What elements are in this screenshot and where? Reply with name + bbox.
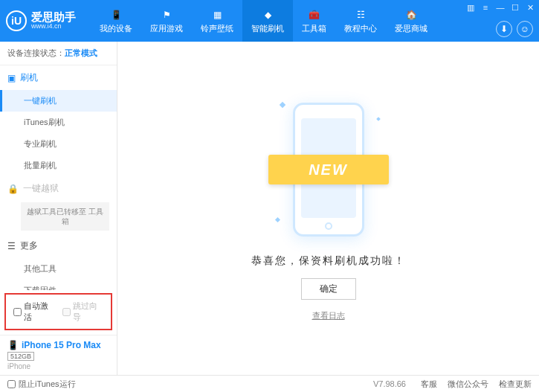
window-close-icon[interactable]: ✕ xyxy=(524,1,536,13)
device-name[interactable]: 📱 iPhone 15 Pro Max xyxy=(7,340,109,350)
ok-button[interactable]: 确定 xyxy=(301,278,356,300)
nav-smart-flash[interactable]: ◆智能刷机 xyxy=(242,0,293,42)
nav-my-device[interactable]: 📱我的设备 xyxy=(91,0,141,42)
media-icon: ▦ xyxy=(210,8,224,22)
nav-ringtones[interactable]: ▦铃声壁纸 xyxy=(192,0,242,42)
window-menu-icon[interactable]: ▥ xyxy=(465,1,477,13)
toolbox-icon: 🧰 xyxy=(308,8,321,22)
sidebar-item-download-firmware[interactable]: 下载固件 xyxy=(0,280,117,290)
auto-activate-checkbox[interactable]: 自动激活 xyxy=(13,301,55,323)
app-title: 爱思助手 xyxy=(31,11,76,24)
device-storage: 512GB xyxy=(7,352,34,361)
device-info-panel: 📱 iPhone 15 Pro Max 512GB iPhone xyxy=(0,335,117,375)
more-icon: ☰ xyxy=(7,241,16,251)
nav-tutorials[interactable]: ☷教程中心 xyxy=(335,0,386,42)
nav-apps-games[interactable]: ⚑应用游戏 xyxy=(141,0,192,42)
download-button[interactable]: ⬇ xyxy=(496,21,512,37)
nav-toolbox[interactable]: 🧰工具箱 xyxy=(293,0,335,42)
window-minimize-icon[interactable]: — xyxy=(494,1,506,13)
sidebar-item-oneclick-flash[interactable]: 一键刷机 xyxy=(0,90,117,112)
app-url: www.i4.cn xyxy=(31,23,76,30)
block-itunes-checkbox[interactable]: 阻止iTunes运行 xyxy=(7,379,76,390)
version-label: V7.98.66 xyxy=(373,379,406,388)
sidebar-flash-header[interactable]: ▣ 刷机 xyxy=(0,65,117,90)
flash-options-box: 自动激活 跳过向导 xyxy=(4,293,112,330)
sidebar-item-pro-flash[interactable]: 专业刷机 xyxy=(0,133,117,155)
window-skin-icon[interactable]: ≡ xyxy=(480,1,491,13)
sidebar-item-itunes-flash[interactable]: iTunes刷机 xyxy=(0,112,117,133)
device-type: iPhone xyxy=(7,362,109,370)
device-icon: 📱 xyxy=(109,8,123,22)
new-ribbon: NEW xyxy=(268,155,389,184)
nav-store[interactable]: 🏠爱思商城 xyxy=(386,0,436,42)
sidebar-item-batch-flash[interactable]: 批量刷机 xyxy=(0,155,117,176)
skip-setup-checkbox[interactable]: 跳过向导 xyxy=(62,301,104,323)
tutorial-icon: ☷ xyxy=(354,8,367,22)
success-message: 恭喜您，保资料刷机成功啦！ xyxy=(251,254,406,268)
phone-icon: 📱 xyxy=(7,340,19,350)
lock-icon: 🔒 xyxy=(7,184,19,194)
success-illustration: NEW xyxy=(273,95,384,244)
jailbreak-moved-note: 越狱工具已转移至 工具箱 xyxy=(21,202,109,231)
apps-icon: ⚑ xyxy=(160,8,173,22)
footer-link-support[interactable]: 客服 xyxy=(421,379,437,390)
sidebar-jailbreak-header: 🔒 一键越狱 xyxy=(0,176,117,201)
footer-link-update[interactable]: 检查更新 xyxy=(499,379,532,390)
logo-icon: iU xyxy=(6,10,27,31)
device-status: 设备连接状态：正常模式 xyxy=(0,42,117,65)
sidebar-more-header[interactable]: ☰ 更多 xyxy=(0,234,117,258)
account-button[interactable]: ☺ xyxy=(517,21,533,37)
app-logo: iU 爱思助手 www.i4.cn xyxy=(6,10,76,31)
footer-link-wechat[interactable]: 微信公众号 xyxy=(448,379,488,390)
window-maximize-icon[interactable]: ☐ xyxy=(509,1,521,13)
sidebar-item-other-tools[interactable]: 其他工具 xyxy=(0,258,117,280)
view-log-link[interactable]: 查看日志 xyxy=(312,310,345,321)
flash-icon: ◆ xyxy=(261,8,274,22)
flash-group-icon: ▣ xyxy=(7,73,16,83)
store-icon: 🏠 xyxy=(404,8,418,22)
